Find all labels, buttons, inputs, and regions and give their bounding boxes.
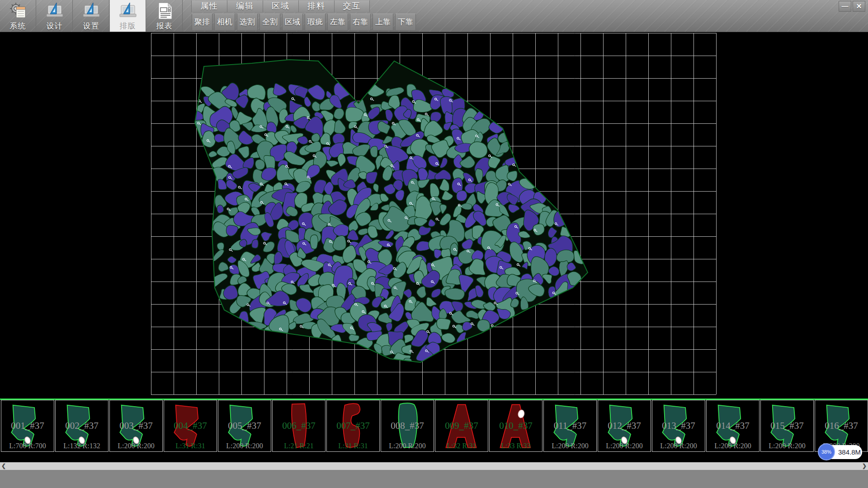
thumb-007-37[interactable]: 007_#37L:31 R:31 — [326, 400, 380, 452]
action-cut-all[interactable]: 全割 — [259, 14, 280, 31]
action-select-cut[interactable]: 选割 — [237, 14, 258, 31]
action-region[interactable]: 区域 — [282, 14, 303, 31]
thumb-014-37[interactable]: 014_#37L:200 R:200 — [706, 400, 760, 452]
action-snap-top[interactable]: 上靠 — [373, 14, 393, 31]
action-button-row: 聚排相机选割全割区域瑕疵左靠右靠上靠下靠 — [192, 14, 416, 31]
toolbar-button-system[interactable]: 系统 — [0, 0, 36, 32]
piece-thumbnail-shape — [708, 401, 757, 451]
thumb-003-37[interactable]: 003_#37L:200 R:200 — [109, 400, 163, 452]
memory-value: 384.8M — [838, 445, 861, 459]
piece-thumbnail-shape — [600, 401, 649, 451]
tab-properties[interactable]: 属性 — [191, 0, 227, 12]
toolbar-button-settings[interactable]: 设置 — [73, 0, 109, 32]
piece-thumbnail-shape — [654, 401, 703, 451]
piece-thumbnail-shape — [57, 401, 106, 451]
piece-thumbnail-shape — [383, 401, 432, 451]
thumb-002-37[interactable]: 002_#37L:132 R:132 — [55, 400, 108, 452]
toolbar-button-report[interactable]: 报表 — [146, 0, 183, 32]
progress-circle: 38% — [818, 443, 835, 460]
tab-interaction[interactable]: 交互 — [334, 0, 370, 12]
status-bar — [0, 470, 868, 488]
memory-progress-badge: 38% 384.8M — [819, 445, 862, 459]
thumb-013-37[interactable]: 013_#37L:200 R:200 — [652, 400, 705, 452]
main-toolbar: 系统 设计 设置 — [0, 0, 868, 32]
piece-thumbnail-shape — [491, 401, 540, 451]
design-ruler-icon — [45, 1, 64, 20]
thumb-006-37[interactable]: 006_#37L:21 R:21 — [272, 400, 326, 452]
toolbar-button-label: 排版 — [120, 21, 136, 31]
toolbar-button-layout[interactable]: 排版 — [110, 0, 146, 32]
piece-thumbnail-shape — [166, 401, 215, 451]
toolbar-button-design[interactable]: 设计 — [37, 0, 73, 32]
piece-thumbnail-strip: 001_#37L:700 R:700002_#37L:132 R:132003_… — [0, 400, 868, 454]
action-snap-bottom[interactable]: 下靠 — [395, 14, 416, 31]
action-defect[interactable]: 瑕疵 — [305, 14, 326, 31]
piece-thumbnail-shape — [112, 401, 160, 451]
report-document-icon — [155, 1, 174, 20]
thumb-005-37[interactable]: 005_#37L:200 R:200 — [218, 400, 271, 452]
piece-thumbnail-shape — [546, 401, 594, 451]
thumb-012-37[interactable]: 012_#37L:200 R:200 — [598, 400, 651, 452]
settings-ruler-icon — [82, 1, 101, 20]
toolbar-button-label: 系统 — [10, 21, 26, 31]
thumb-008-37[interactable]: 008_#37L:200 R:200 — [381, 400, 434, 452]
toolbar-button-label: 设置 — [83, 21, 99, 31]
scroll-left-icon[interactable]: ❮ — [0, 462, 7, 470]
window-controls: — ✕ — [839, 1, 865, 12]
thumb-004-37[interactable]: 004_#37L:31 R:31 — [164, 400, 217, 452]
scroll-right-icon[interactable]: ❯ — [861, 462, 868, 470]
piece-thumbnail-shape — [3, 401, 52, 451]
thumb-010-37[interactable]: 010_#37L:33 R:33 — [489, 400, 542, 452]
piece-thumbnail-shape — [220, 401, 269, 451]
action-snap-right[interactable]: 右靠 — [350, 14, 371, 31]
action-snap-left[interactable]: 左靠 — [327, 14, 348, 31]
thumb-009-37[interactable]: 009_#37L:32 R:31 — [435, 400, 488, 452]
piece-thumbnail-shape — [329, 401, 377, 451]
horizontal-scrollbar[interactable]: ❮ ❯ — [0, 462, 868, 470]
action-camera[interactable]: 相机 — [214, 14, 235, 31]
layout-ruler-icon — [118, 1, 137, 20]
tab-region[interactable]: 区域 — [263, 0, 298, 12]
piece-thumbnail-shape — [437, 401, 486, 451]
thumb-001-37[interactable]: 001_#37L:700 R:700 — [1, 400, 54, 452]
thumb-011-37[interactable]: 011_#37L:200 R:200 — [543, 400, 597, 452]
close-button[interactable]: ✕ — [853, 1, 865, 12]
minimize-button[interactable]: — — [839, 1, 851, 12]
toolbar-button-label: 报表 — [156, 21, 173, 31]
tab-edit[interactable]: 编辑 — [227, 0, 263, 12]
system-gear-icon — [9, 1, 28, 20]
thumb-015-37[interactable]: 015_#37L:200 R:200 — [760, 400, 814, 452]
toolbar-button-label: 设计 — [47, 21, 63, 31]
piece-thumbnail-shape — [274, 401, 323, 451]
tab-nesting[interactable]: 排料 — [298, 0, 334, 12]
piece-thumbnail-shape — [763, 401, 811, 451]
action-cluster-nest[interactable]: 聚排 — [192, 14, 212, 31]
menu-tab-row: 属性编辑区域排料交互 — [191, 0, 370, 12]
nesting-canvas[interactable] — [0, 32, 868, 399]
